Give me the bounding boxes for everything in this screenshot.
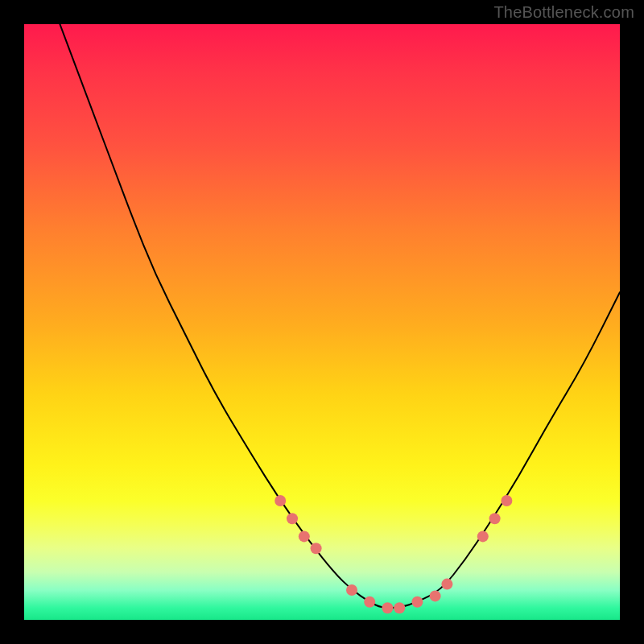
watermark-text: TheBottleneck.com xyxy=(493,3,634,22)
bottleneck-curve-path xyxy=(60,24,620,608)
highlight-dot xyxy=(382,602,393,613)
highlight-dot xyxy=(501,495,512,506)
highlight-dots-group xyxy=(275,495,512,613)
curve-svg xyxy=(24,24,620,620)
highlight-dot xyxy=(364,597,375,608)
highlight-dot xyxy=(489,513,501,524)
highlight-dot xyxy=(346,584,357,596)
highlight-dot xyxy=(287,513,298,524)
highlight-dot xyxy=(299,530,310,542)
highlight-dot xyxy=(311,543,322,554)
chart-stage: TheBottleneck.com xyxy=(0,0,644,644)
highlight-dot xyxy=(430,590,441,601)
highlight-dot xyxy=(394,602,405,613)
highlight-dot xyxy=(275,495,286,506)
highlight-dot xyxy=(441,579,452,590)
highlight-dot xyxy=(411,597,423,608)
highlight-dot xyxy=(477,530,489,542)
gradient-plot-area xyxy=(24,24,620,620)
